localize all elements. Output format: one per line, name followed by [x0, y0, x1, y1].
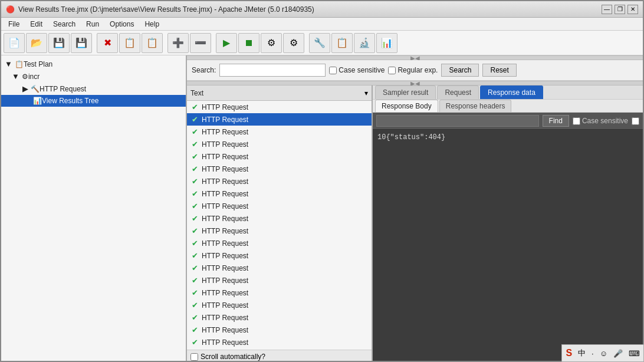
new-btn[interactable]: 📄	[4, 33, 25, 53]
result-item[interactable]: ✔HTTP Request	[187, 163, 372, 175]
test-btn[interactable]: 🔬	[354, 33, 375, 53]
result-item[interactable]: ✔HTTP Request	[187, 113, 372, 126]
result-item-label: HTTP Request	[202, 116, 248, 124]
scroll-auto-checkbox[interactable]	[190, 353, 198, 361]
settings-btn[interactable]: 🔧	[309, 33, 330, 53]
sort-arrow-icon[interactable]: ▾	[364, 89, 368, 97]
result-status-icon: ✔	[192, 325, 198, 334]
result-item[interactable]: ✔HTTP Request	[187, 249, 372, 262]
result-status-icon: ✔	[192, 152, 198, 161]
regex-group: Regular exp.	[388, 66, 438, 74]
menu-options[interactable]: Options	[105, 19, 139, 29]
tab-request[interactable]: Request	[437, 85, 479, 99]
main-tabs-row: Sampler result Request Response data	[373, 85, 643, 100]
remove-btn[interactable]: ➖	[190, 33, 211, 53]
menu-file[interactable]: File	[4, 19, 24, 29]
search-button[interactable]: Search	[441, 64, 479, 77]
copy-btn[interactable]: 📋	[119, 33, 140, 53]
log-btn[interactable]: 📋	[331, 33, 353, 53]
result-item[interactable]: ✔HTTP Request	[187, 324, 372, 336]
result-item[interactable]: ✔HTTP Request	[187, 138, 372, 150]
main-area: ▼ 📋 Test Plan ▼ ⚙ incr ▶ 🔨 HTTP Request …	[1, 55, 643, 362]
result-item-label: HTTP Request	[202, 264, 248, 272]
tab-response-data[interactable]: Response data	[480, 85, 543, 99]
result-item-label: HTTP Request	[202, 215, 248, 223]
ime-punct-icon[interactable]: ·	[590, 348, 595, 359]
result-status-icon: ✔	[192, 288, 198, 297]
find-case-sensitive-checkbox[interactable]	[573, 117, 580, 125]
remote-btn[interactable]: ⚙	[261, 33, 282, 53]
results-list-panel: Text ▾ ✔HTTP Request✔HTTP Request✔HTTP R…	[187, 85, 373, 362]
menu-help[interactable]: Help	[140, 19, 164, 29]
drag-strip-mid[interactable]: ▶◀	[187, 81, 643, 85]
run-icon: ▶	[223, 37, 230, 48]
result-item[interactable]: ✔HTTP Request	[187, 126, 372, 138]
restore-btn[interactable]: ❐	[615, 5, 625, 14]
regex-checkbox[interactable]	[388, 67, 396, 74]
result-item[interactable]: ✔HTTP Request	[187, 287, 372, 299]
save-btn[interactable]: 💾	[48, 33, 70, 53]
open-btn[interactable]: 📂	[26, 33, 47, 53]
find-case-sensitive-label: Case sensitive	[582, 117, 628, 125]
paste-btn[interactable]: 📋	[142, 33, 163, 53]
result-status-icon: ✔	[192, 127, 198, 136]
tree-item-testplan[interactable]: ▼ 📋 Test Plan	[1, 58, 186, 70]
result-item[interactable]: ✔HTTP Request	[187, 150, 372, 163]
results-column-label: Text	[190, 89, 364, 97]
add-btn[interactable]: ➕	[167, 33, 189, 53]
find-input[interactable]	[376, 115, 539, 127]
result-item[interactable]: ✔HTTP Request	[187, 311, 372, 324]
result-item[interactable]: ✔HTTP Request	[187, 237, 372, 249]
remote2-icon: ⚙	[290, 37, 298, 48]
menu-search[interactable]: Search	[48, 19, 80, 29]
stop-btn[interactable]: ✖	[97, 33, 118, 53]
result-item[interactable]: ✔HTTP Request	[187, 212, 372, 225]
result-item-label: HTTP Request	[202, 252, 248, 260]
result-item[interactable]: ✔HTTP Request	[187, 200, 372, 212]
result-item[interactable]: ✔HTTP Request	[187, 336, 372, 348]
run-btn[interactable]: ▶	[216, 33, 237, 53]
tree-item-viewresults[interactable]: 📊 View Results Tree	[1, 95, 186, 107]
result-item[interactable]: ✔HTTP Request	[187, 274, 372, 287]
ime-s-icon[interactable]: S	[564, 347, 573, 360]
ime-keyboard-icon[interactable]: ⌨	[627, 348, 641, 359]
stop2-btn[interactable]: ⏹	[238, 33, 259, 53]
result-item[interactable]: ✔HTTP Request	[187, 262, 372, 274]
result-status-icon: ✔	[192, 140, 198, 149]
results-header: Text ▾	[187, 85, 372, 101]
tree-item-incr[interactable]: ▼ ⚙ incr	[1, 70, 186, 83]
result-item-label: HTTP Request	[202, 140, 248, 149]
minimize-btn[interactable]: —	[602, 5, 612, 14]
result-item[interactable]: ✔HTTP Request	[187, 187, 372, 200]
drag-strip-top[interactable]: ▶◀	[187, 55, 643, 60]
ime-zh-icon[interactable]: 中	[577, 347, 587, 360]
result-item[interactable]: ✔HTTP Request	[187, 299, 372, 311]
result-status-icon: ✔	[192, 239, 198, 248]
result-item[interactable]: ✔HTTP Request	[187, 175, 372, 187]
sub-tab-response-headers[interactable]: Response headers	[439, 100, 512, 112]
find-bar: Find Case sensitive	[373, 113, 643, 130]
search-input[interactable]	[219, 64, 326, 77]
remote2-btn[interactable]: ⚙	[283, 33, 304, 53]
ime-emoji-icon[interactable]: ☺	[599, 348, 609, 359]
find-button[interactable]: Find	[543, 115, 569, 127]
result-item[interactable]: ✔HTTP Request	[187, 101, 372, 113]
result-status-icon: ✔	[192, 115, 198, 124]
sub-tabs-row: Response Body Response headers	[373, 100, 643, 113]
tree-item-httprequest[interactable]: ▶ 🔨 HTTP Request	[1, 83, 186, 95]
find-extra-checkbox[interactable]	[632, 117, 639, 125]
reset-button[interactable]: Reset	[482, 64, 516, 77]
more-btn[interactable]: 📊	[376, 33, 397, 53]
sub-tab-response-body[interactable]: Response Body	[375, 100, 438, 112]
ime-mic-icon[interactable]: 🎤	[612, 348, 624, 359]
close-btn[interactable]: ✕	[627, 5, 638, 14]
tab-sampler-result[interactable]: Sampler result	[375, 85, 436, 99]
save-as-btn[interactable]: 💾	[71, 33, 92, 53]
search-label: Search:	[192, 66, 216, 74]
case-sensitive-checkbox[interactable]	[329, 67, 337, 74]
window-controls: — ❐ ✕	[602, 5, 638, 14]
menu-edit[interactable]: Edit	[25, 19, 47, 29]
result-item[interactable]: ✔HTTP Request	[187, 225, 372, 237]
menu-run[interactable]: Run	[81, 19, 104, 29]
result-item-label: HTTP Request	[202, 165, 248, 173]
